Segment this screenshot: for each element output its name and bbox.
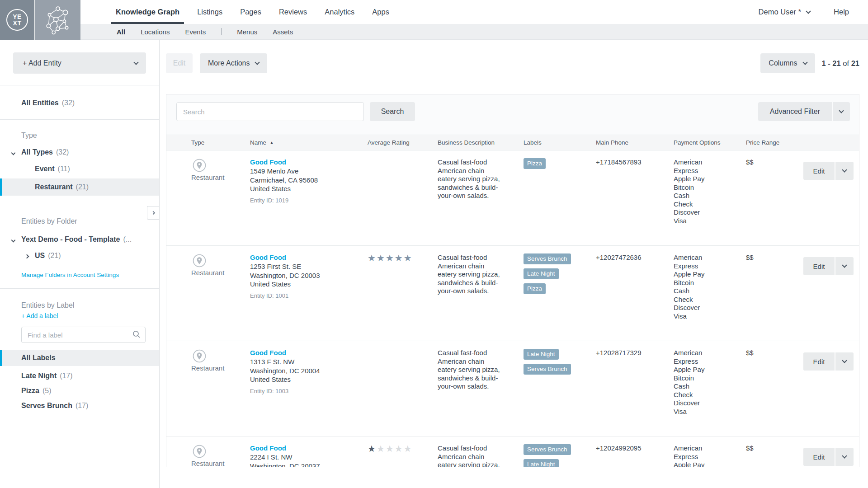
nav-item-knowledge-graph[interactable]: Knowledge Graph — [116, 0, 179, 24]
sidebar-item-all-entities[interactable]: All Entities (32) — [0, 94, 159, 111]
sidebar-item-restaurant[interactable]: Restaurant (21) — [0, 178, 159, 196]
manage-folders-link[interactable]: Manage Folders in Account Settings — [0, 272, 159, 278]
average-rating-cell: ★★★★★ — [362, 253, 432, 341]
address-line: Washington, DC 20003 — [250, 272, 355, 280]
label-chip: Late Night — [524, 268, 559, 279]
row-edit-dropdown-button[interactable] — [835, 448, 854, 466]
payment-option: Check — [674, 296, 721, 304]
payment-option: Visa — [674, 217, 721, 225]
row-edit-button[interactable]: Edit — [803, 257, 835, 275]
sidebar-item-event[interactable]: Event (11) — [0, 164, 159, 174]
address-line: Washington, DC 20004 — [250, 367, 355, 375]
entity-name-link[interactable]: Good Food — [250, 349, 286, 357]
address-line: Washington, DC 20037 — [250, 462, 355, 468]
column-header-payment-options[interactable]: Payment Options — [668, 139, 740, 146]
search-input[interactable] — [176, 102, 364, 121]
column-header-type[interactable]: Type — [185, 139, 244, 146]
subnav-tab-menus[interactable]: Menus — [237, 28, 257, 36]
price-range: $$ — [746, 158, 791, 166]
row-edit-button[interactable]: Edit — [803, 352, 835, 371]
user-menu[interactable]: Demo User * — [759, 8, 810, 16]
star-empty-icon: ★ — [404, 444, 413, 454]
chevron-down-icon[interactable] — [12, 148, 15, 156]
help-link[interactable]: Help — [834, 8, 849, 16]
all-entities-count: (32) — [62, 99, 75, 107]
business-description: Casual fast-food American chain eatery s… — [438, 349, 500, 391]
nav-item-reviews[interactable]: Reviews — [279, 0, 307, 24]
location-pin-icon — [191, 445, 238, 458]
search-button[interactable]: Search — [370, 102, 415, 121]
address-line: United States — [250, 280, 355, 289]
row-edit-dropdown-button[interactable] — [835, 257, 854, 275]
address-line: 1253 First St. SE — [250, 263, 355, 271]
chevron-right-icon[interactable] — [25, 252, 28, 260]
all-types-count: (32) — [56, 148, 69, 156]
subnav-tab-locations[interactable]: Locations — [141, 28, 170, 36]
sidebar-item-serves-brunch[interactable]: Serves Brunch (17) — [0, 401, 159, 411]
columns-button[interactable]: Columns — [760, 53, 815, 73]
entity-name-link[interactable]: Good Food — [250, 158, 286, 166]
advanced-filter-button[interactable]: Advanced Filter — [758, 102, 832, 121]
column-header-average-rating[interactable]: Average Rating — [362, 139, 432, 146]
sidebar-item-all-labels[interactable]: All Labels — [0, 350, 159, 366]
star-empty-icon: ★ — [377, 444, 386, 454]
late-night-count: (17) — [60, 372, 72, 380]
entity-type: Restaurant — [191, 460, 238, 467]
table-row: RestaurantGood Food1313 F St. NWWashingt… — [166, 341, 859, 436]
nav-item-pages[interactable]: Pages — [240, 0, 261, 24]
subnav-tab-all[interactable]: All — [117, 28, 125, 36]
sidebar-item-folder-root[interactable]: Yext Demo - Food - Template (... — [0, 235, 159, 244]
row-actions-cell: Edit — [797, 158, 859, 245]
row-edit-button[interactable]: Edit — [803, 162, 835, 180]
main-phone: +17184567893 — [596, 158, 661, 166]
payment-option: Discover — [674, 208, 721, 217]
column-header-business-description[interactable]: Business Description — [432, 139, 518, 146]
advanced-filter-dropdown-button[interactable] — [833, 102, 850, 121]
main-phone: +12027472636 — [596, 253, 661, 261]
price-range: $$ — [746, 444, 791, 452]
find-label-input[interactable] — [21, 327, 146, 343]
subnav-tab-events[interactable]: Events — [185, 28, 206, 36]
more-actions-button[interactable]: More Actions — [200, 53, 267, 73]
star-rating: ★★★★★ — [368, 253, 425, 263]
nav-item-analytics[interactable]: Analytics — [325, 0, 354, 24]
yext-logo[interactable]: YEXT — [0, 0, 80, 40]
sidebar-item-pizza[interactable]: Pizza (5) — [0, 386, 159, 396]
sort-ascending-icon: ▲ — [270, 141, 274, 145]
sidebar-item-folder-us[interactable]: US (21) — [0, 251, 159, 261]
row-edit-dropdown-button[interactable] — [835, 352, 854, 371]
nav-item-listings[interactable]: Listings — [197, 0, 222, 24]
row-edit-dropdown-button[interactable] — [835, 162, 854, 180]
column-header-labels[interactable]: Labels — [518, 139, 590, 146]
sidebar-expand-button[interactable] — [147, 206, 159, 220]
subnav-tab-assets[interactable]: Assets — [273, 28, 293, 36]
chevron-down-icon[interactable] — [12, 235, 15, 244]
edit-button[interactable]: Edit — [166, 53, 193, 73]
chevron-down-icon — [842, 263, 847, 267]
main-phone-cell: +12027472636 — [590, 253, 668, 341]
labels-cell: Late NightServes Brunch — [518, 349, 590, 436]
sidebar-item-late-night[interactable]: Late Night (17) — [0, 371, 159, 381]
price-range: $$ — [746, 349, 791, 357]
row-edit-button[interactable]: Edit — [803, 448, 835, 466]
column-header-name[interactable]: Name▲ — [244, 139, 362, 146]
sidebar-item-all-types[interactable]: All Types (32) — [0, 147, 159, 157]
subnav-divider — [221, 28, 222, 35]
nav-item-apps[interactable]: Apps — [372, 0, 389, 24]
entity-type: Restaurant — [191, 174, 238, 181]
column-header-price-range[interactable]: Price Range — [740, 139, 797, 146]
main-phone: +12024992095 — [596, 444, 661, 452]
yext-logo-mark: YEXT — [0, 0, 34, 40]
restaurant-count: (21) — [76, 183, 89, 191]
add-label-link[interactable]: + Add a label — [0, 312, 159, 319]
table-row: RestaurantGood Food1253 First St. SEWash… — [166, 246, 859, 341]
main-phone-cell: +12024992095 — [590, 444, 668, 467]
add-entity-button[interactable]: + Add Entity — [13, 52, 146, 74]
payment-option: Visa — [674, 408, 721, 416]
entity-name-link[interactable]: Good Food — [250, 253, 286, 261]
column-header-main-phone[interactable]: Main Phone — [590, 139, 668, 146]
chevron-down-icon — [839, 108, 844, 113]
entity-name-link[interactable]: Good Food — [250, 444, 286, 452]
row-actions: Edit — [803, 444, 859, 466]
all-types-label: All Types — [21, 148, 53, 156]
